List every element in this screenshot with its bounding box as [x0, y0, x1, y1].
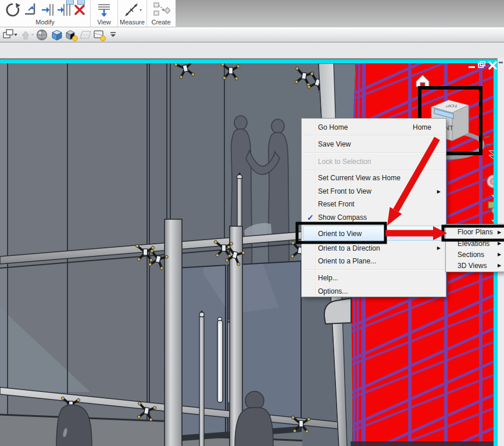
menu-item-options[interactable]: Options... — [302, 285, 445, 297]
submenu-arrow-icon: ▶ — [437, 231, 441, 236]
switch-windows-icon[interactable] — [3, 30, 17, 38]
menu-item-show-compass[interactable]: ✓ Show Compass — [302, 210, 445, 224]
menu-item-go-home[interactable]: Go Home Home — [302, 119, 445, 135]
menu-separator — [303, 269, 445, 270]
scrollbar-mark — [499, 62, 503, 63]
menu-item-set-front-to-view[interactable]: Set Front to View ▶ — [302, 185, 445, 198]
view-window-top-edge — [0, 58, 497, 60]
panel-label-view[interactable]: View — [91, 19, 117, 27]
camera-light-icon[interactable] — [94, 31, 106, 41]
submenu-arrow-icon: ▶ — [437, 189, 441, 194]
panel-label-modify[interactable]: Modify — [0, 19, 90, 27]
revit-app-window: Modify View — [0, 0, 504, 446]
orient-to-view-submenu: Floor Plans ▶ Elevations ▶ Sections ▶ 3D… — [445, 224, 504, 272]
submenu-arrow-icon: ▶ — [498, 241, 501, 246]
ribbon-bar: Modify View — [0, 0, 504, 27]
submenu-arrow-icon: ▶ — [437, 245, 441, 251]
paste-icon[interactable] — [66, 0, 74, 5]
panel-label-measure[interactable]: Measure — [118, 19, 146, 27]
trim-corner-icon[interactable] — [23, 1, 39, 19]
switch-windows-caret-icon — [14, 34, 17, 36]
default-3d-view-icon[interactable] — [52, 30, 62, 40]
menu-item-reset-front[interactable]: Reset Front — [302, 198, 445, 210]
back-home-caret-icon — [31, 34, 34, 36]
menu-item-orient-to-a-direction[interactable]: Orient to a Direction ▶ — [302, 242, 445, 254]
submenu-item-elevations[interactable]: Elevations ▶ — [446, 238, 504, 249]
menu-item-orient-to-view[interactable]: Orient to View ▶ — [302, 226, 445, 241]
minimize-icon[interactable] — [469, 66, 475, 68]
create-group-icon[interactable] — [152, 1, 170, 19]
ribbon-panels: Modify View — [0, 0, 176, 27]
ribbon-panel-view: View — [91, 0, 118, 27]
window-gap-strip — [0, 43, 504, 58]
submenu-item-sections[interactable]: Sections ▶ — [446, 249, 504, 260]
expand-toolbar-icon[interactable] — [110, 33, 116, 37]
ribbon-panel-create: Create — [147, 0, 175, 27]
checkmark-icon: ✓ — [307, 213, 314, 222]
ribbon-panel-modify: Modify — [0, 0, 91, 27]
viewcube-context-menu: Go Home Home Save View Lock to Selection… — [301, 118, 446, 297]
view-toolbar — [0, 27, 504, 42]
menu-item-orient-to-a-plane[interactable]: Orient to a Plane... — [302, 254, 445, 268]
view-selection-border-top[interactable] — [0, 60, 497, 63]
back-home-icon[interactable] — [22, 31, 34, 39]
ribbon-panel-measure: Measure — [118, 0, 147, 27]
submenu-arrow-icon: ▶ — [498, 230, 501, 235]
section-box-icon[interactable] — [80, 31, 91, 38]
submenu-item-floor-plans[interactable]: Floor Plans ▶ — [446, 226, 504, 238]
match-icon[interactable] — [77, 0, 85, 5]
menu-item-save-view[interactable]: Save View — [302, 136, 445, 152]
measure-icon[interactable] — [123, 1, 142, 19]
submenu-item-3d-views[interactable]: 3D Views ▶ — [446, 260, 504, 271]
3d-view-sun-icon[interactable] — [66, 31, 78, 41]
view-stack-icon[interactable] — [96, 1, 112, 19]
offset-left-icon[interactable] — [40, 1, 55, 19]
viewcube-top-label: TOP — [445, 104, 458, 108]
menu-item-lock-to-selection[interactable]: Lock to Selection — [302, 154, 445, 170]
menu-shortcut-home: Home — [413, 123, 431, 131]
menu-item-set-current-view-as-home[interactable]: Set Current View as Home — [302, 171, 445, 185]
render-icon[interactable] — [37, 30, 48, 40]
panel-label-create[interactable]: Create — [147, 19, 175, 27]
rotate-icon[interactable] — [4, 1, 22, 19]
menu-item-help[interactable]: Help... — [302, 271, 445, 285]
submenu-arrow-icon: ▶ — [498, 252, 501, 257]
submenu-arrow-icon: ▶ — [498, 263, 501, 268]
dropdown-caret-icon — [140, 9, 142, 11]
